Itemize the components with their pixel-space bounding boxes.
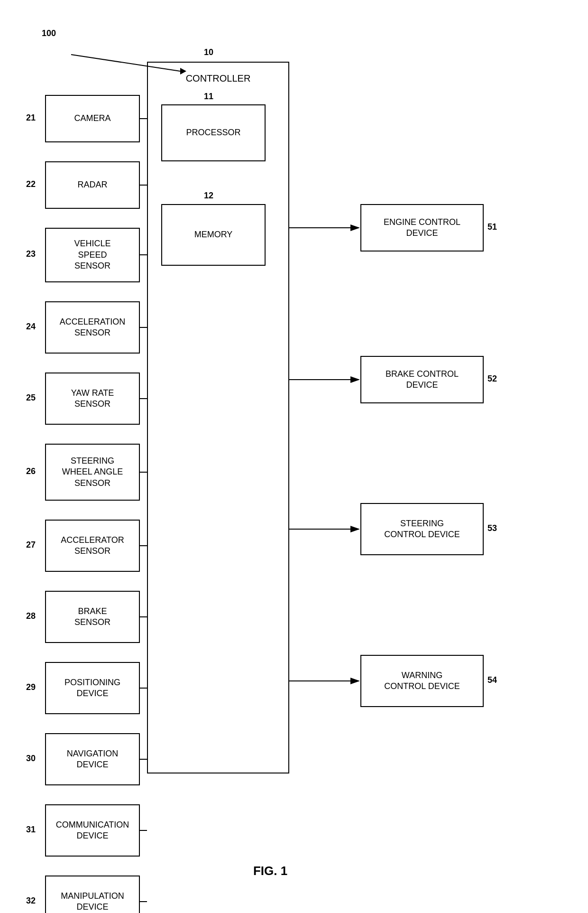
ref-12: 12 (204, 191, 213, 201)
input-box-23: VEHICLE SPEED SENSOR (45, 228, 140, 282)
ref-100: 100 (42, 28, 56, 38)
memory-label: MEMORY (194, 229, 233, 240)
input-label-30: NAVIGATION DEVICE (67, 748, 118, 771)
input-label-29: POSITIONING DEVICE (64, 677, 120, 699)
output-label-52: BRAKE CONTROL DEVICE (386, 369, 459, 391)
output-label-53: STEERING CONTROL DEVICE (384, 518, 459, 540)
ref-10: 10 (204, 47, 213, 57)
ref-54: 54 (487, 675, 497, 685)
processor-label: PROCESSOR (186, 127, 240, 138)
ref-23: 23 (26, 249, 36, 259)
ref-52: 52 (487, 374, 497, 384)
ref-31: 31 (26, 825, 36, 835)
input-box-32: MANIPULATION DEVICE (45, 876, 140, 913)
memory-box: MEMORY (161, 204, 266, 266)
input-box-29: POSITIONING DEVICE (45, 662, 140, 714)
input-label-26: STEERING WHEEL ANGLE SENSOR (62, 456, 123, 489)
input-box-24: ACCELERATION SENSOR (45, 301, 140, 354)
output-label-51: ENGINE CONTROL DEVICE (384, 217, 460, 239)
input-label-25: YAW RATE SENSOR (71, 388, 114, 410)
ref-24: 24 (26, 322, 36, 332)
output-box-53: STEERING CONTROL DEVICE (360, 503, 484, 555)
ref-28: 28 (26, 611, 36, 621)
input-box-26: STEERING WHEEL ANGLE SENSOR (45, 444, 140, 501)
input-box-31: COMMUNICATION DEVICE (45, 804, 140, 857)
processor-box: PROCESSOR (161, 104, 266, 161)
output-box-52: BRAKE CONTROL DEVICE (360, 356, 484, 403)
output-box-51: ENGINE CONTROL DEVICE (360, 204, 484, 252)
controller-box: CONTROLLER (147, 62, 289, 773)
ref-30: 30 (26, 754, 36, 764)
diagram: 100 CONTROLLER 10 PROCESSOR 11 MEMORY 12… (0, 0, 588, 913)
input-box-30: NAVIGATION DEVICE (45, 733, 140, 785)
input-box-28: BRAKE SENSOR (45, 591, 140, 643)
ref-53: 53 (487, 523, 497, 533)
output-box-54: WARNING CONTROL DEVICE (360, 655, 484, 707)
input-label-27: ACCELERATOR SENSOR (61, 535, 124, 557)
input-label-31: COMMUNICATION DEVICE (56, 820, 129, 842)
input-label-24: ACCELERATION SENSOR (60, 317, 126, 339)
output-label-54: WARNING CONTROL DEVICE (384, 670, 459, 692)
ref-51: 51 (487, 222, 497, 232)
input-label-23: VEHICLE SPEED SENSOR (74, 238, 110, 271)
ref-22: 22 (26, 179, 36, 189)
ref-26: 26 (26, 466, 36, 476)
input-label-21: CAMERA (74, 113, 110, 124)
input-box-22: RADAR (45, 161, 140, 209)
input-box-25: YAW RATE SENSOR (45, 373, 140, 425)
ref-32: 32 (26, 896, 36, 906)
ref-25: 25 (26, 393, 36, 403)
ref-27: 27 (26, 540, 36, 550)
input-box-27: ACCELERATOR SENSOR (45, 520, 140, 572)
input-label-32: MANIPULATION DEVICE (61, 891, 124, 913)
fig-label: FIG. 1 (199, 864, 341, 878)
ref-11: 11 (204, 92, 213, 102)
input-label-22: RADAR (77, 179, 107, 190)
input-box-21: CAMERA (45, 95, 140, 142)
ref-29: 29 (26, 682, 36, 692)
ref-21: 21 (26, 113, 36, 123)
controller-label: CONTROLLER (186, 72, 251, 84)
input-label-28: BRAKE SENSOR (74, 606, 110, 628)
